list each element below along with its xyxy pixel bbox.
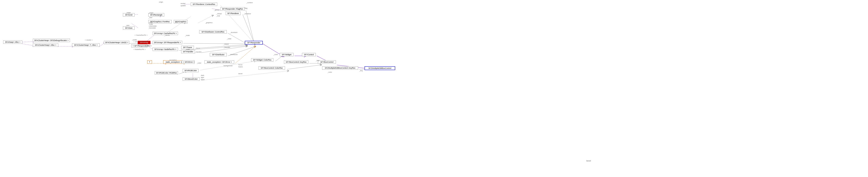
node-SFXSize: SFXSize bbox=[123, 26, 134, 30]
svg-line-30 bbox=[263, 44, 282, 55]
label-color1: _color bbox=[273, 54, 278, 55]
label-child: _child bbox=[227, 38, 231, 40]
label-color3: _color bbox=[197, 62, 201, 64]
svg-line-27 bbox=[200, 45, 246, 48]
label-light-base: bevel bbox=[586, 160, 591, 162]
label-noderecptr: < NodeRecPtr > bbox=[133, 48, 146, 50]
node-SFXGrid: SFXGrid bbox=[123, 13, 134, 17]
label-cacherecptr: < CacheRecPtr > bbox=[134, 34, 148, 36]
node-SFAClusterHeap-Alloc: SFAClusterHeap< Alloc > bbox=[33, 43, 58, 47]
svg-line-7 bbox=[22, 42, 33, 42]
svg-line-8 bbox=[22, 44, 33, 46]
svg-line-22 bbox=[246, 10, 254, 43]
label-size1: _size bbox=[125, 24, 129, 26]
node-SFYDistributor-ControlRec: SFYDistributor::ControlRec bbox=[199, 30, 227, 33]
label-real: _real bbox=[216, 15, 220, 17]
label-origin2: _origin bbox=[148, 12, 153, 14]
label-graphics: _graphics bbox=[205, 22, 213, 24]
node-SFYWidget: SFYWidget bbox=[280, 53, 293, 56]
label-bevel: bevel bbox=[239, 73, 242, 75]
node-SFYDistributor: SFYDistributor bbox=[210, 53, 227, 56]
svg-line-24 bbox=[243, 15, 254, 43]
label-key2: _key bbox=[359, 70, 363, 72]
label-tracer2: _tracer bbox=[195, 47, 200, 49]
node-SFYBoxControl-KeyRec: SFYBoxControl::KeyRec bbox=[284, 60, 308, 64]
label-cache: _cache bbox=[164, 34, 170, 36]
label-node2: _node bbox=[185, 48, 190, 50]
node-SFYRenderer: SFYRenderer bbox=[226, 12, 241, 15]
node-SFXClusterHeap-Uint32: SFXClusterHeap< Uint32 > bbox=[104, 41, 129, 44]
node-SFYHandler: SFYHandler bbox=[181, 50, 195, 53]
label-update: update bbox=[181, 5, 186, 7]
node-SFXArray-NodeRecPtr: SFXArray< NodeRecPtr > bbox=[153, 48, 178, 51]
label-handler2: _handler bbox=[195, 51, 202, 53]
label-context: _context bbox=[246, 2, 253, 4]
node-SFZMultipleEditBoxControl-KeyRec: SFZMultipleEditBoxControl::KeyRec bbox=[322, 66, 358, 70]
node-SFAClusterHeap-SFDDebugAllocator: SFAClusterHeap< SFDDebugAllocator > bbox=[33, 39, 70, 42]
label-stranslate: _stranslate bbox=[148, 25, 157, 27]
node-SFYResponder: SFYResponder bbox=[245, 41, 263, 45]
label-sclip: _sclip bbox=[148, 21, 153, 23]
node-SFYBoxControl-ColorRec: SFYBoxControl::ColorRec bbox=[258, 66, 285, 70]
svg-line-31 bbox=[276, 56, 282, 61]
node-SFAHeap-Alloc: SFAHeap< Alloc > bbox=[3, 41, 22, 44]
label-background: background bbox=[223, 65, 232, 67]
label-render: render bbox=[181, 3, 185, 4]
label-distributor: _distributor bbox=[229, 54, 238, 55]
node-SFXClusterHeap-T-Alloc: SFXClusterHeap< T, Alloc > bbox=[72, 43, 100, 47]
node-SFXRGBColor-RGBRec: SFXRGBColor::RGBRec bbox=[155, 71, 178, 75]
node-SFXArray-SFYResponderPtr: SFXArray< SFYResponderPtr > bbox=[153, 41, 182, 44]
label-frame: frame bbox=[239, 66, 243, 68]
svg-line-48 bbox=[167, 17, 191, 33]
svg-line-34 bbox=[287, 65, 320, 69]
label-virtual: _virtual bbox=[216, 13, 222, 15]
svg-line-43 bbox=[201, 71, 287, 80]
node-SFAArray-V: < SFYResponderPtr > bbox=[131, 44, 147, 48]
node-SFYResponder-FlagRec: SFYResponder::FlagRec bbox=[220, 7, 245, 10]
label-tracer1: _tracer bbox=[223, 43, 229, 45]
node-SFYRenderer-ContextRec: SFYRenderer::ContextRec bbox=[191, 3, 217, 6]
label-global: _global bbox=[214, 9, 220, 11]
label-focus: focus bbox=[239, 64, 242, 66]
label-handler1: _handler bbox=[223, 46, 230, 48]
node-static-exception-SFCError: static_exception< SFCError > bbox=[205, 60, 234, 64]
label-origin-top: origin bbox=[159, 1, 163, 3]
label-dcontent: _dcontent bbox=[230, 31, 237, 33]
svg-line-25 bbox=[183, 43, 246, 44]
node-SFCError: < SFCError > bbox=[182, 60, 194, 64]
node-SFXBevelColor: SFXBevelColor bbox=[183, 77, 199, 81]
node-SFYControl: SFYControl bbox=[302, 53, 316, 56]
label-origin1: _origin bbox=[126, 12, 131, 14]
label-exception: _exception bbox=[168, 59, 177, 61]
label-flag: _flag bbox=[244, 7, 247, 9]
label-node1: _node bbox=[185, 34, 190, 36]
node-SFZMultipleEditBoxControl: SFZMultipleEditBoxControl bbox=[365, 66, 395, 70]
label-base: base bbox=[201, 79, 205, 80]
label-key1: _key bbox=[316, 59, 319, 61]
label-translate: _translate bbox=[148, 27, 156, 29]
label-uclip: _uclip bbox=[148, 23, 153, 25]
svg-line-10 bbox=[100, 43, 104, 46]
label-light: light bbox=[201, 76, 204, 78]
label-color2: _color bbox=[328, 71, 332, 73]
label-dark: dark bbox=[201, 74, 204, 76]
label-size2: _size bbox=[148, 17, 152, 19]
label-uint32: < Uint32 > bbox=[85, 39, 93, 41]
label-buffer: _buffer bbox=[132, 39, 137, 41]
label-renderer: _renderer bbox=[244, 13, 251, 15]
label-font: font bbox=[175, 21, 178, 23]
node-SFXRGBColor: SFXRGBColor bbox=[183, 69, 198, 72]
node-SFYWidget-ColorRec: SFYWidget::ColorRec bbox=[251, 58, 273, 61]
node-T: T bbox=[147, 60, 152, 64]
svg-line-23 bbox=[220, 5, 254, 43]
label-sfyresponderptr: < SFYResponderPtr > bbox=[133, 41, 150, 43]
node-SFYBoxControl: SFYBoxControl bbox=[318, 60, 336, 64]
diagram-container: SFAHeap< Alloc > SFAClusterHeap< SFDDebu… bbox=[0, 0, 868, 177]
